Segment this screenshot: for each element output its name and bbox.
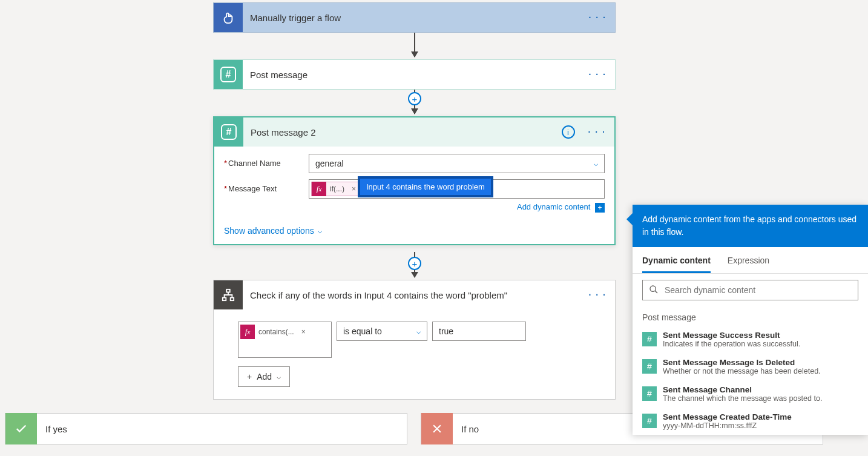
condition-operator-select[interactable]: is equal to ⌵ xyxy=(337,322,427,341)
slack-icon: # xyxy=(642,332,657,346)
slack-icon: # xyxy=(214,117,243,147)
dynamic-item-title: Sent Message Channel xyxy=(663,385,822,394)
dynamic-item-title: Sent Message Message Is Deleted xyxy=(663,358,821,367)
check-icon xyxy=(5,413,37,444)
dynamic-item-title: Sent Message Created Date-Time xyxy=(663,412,792,421)
dynamic-content-item[interactable]: #Sent Message Message Is DeletedWhether … xyxy=(633,353,868,380)
svg-point-3 xyxy=(650,286,656,291)
svg-rect-2 xyxy=(231,298,234,301)
condition-icon xyxy=(214,280,243,309)
dynamic-item-desc: The channel which the message was posted… xyxy=(663,394,822,403)
fx-icon: fx xyxy=(240,325,255,339)
dynamic-item-desc: yyyy-MM-ddTHH:mm:ss.fffZ xyxy=(663,421,792,430)
trigger-menu[interactable]: · · · xyxy=(580,13,615,22)
dynamic-content-panel: Add dynamic content from the apps and co… xyxy=(633,205,868,435)
channel-label: *Channel Name xyxy=(224,154,309,168)
post-message-2-menu[interactable]: · · · xyxy=(580,127,614,137)
info-icon[interactable]: i xyxy=(562,125,575,139)
add-condition-button[interactable]: + Add ⌵ xyxy=(238,366,290,387)
add-step-button[interactable]: + xyxy=(408,92,421,105)
search-icon xyxy=(649,285,659,296)
if-no-label: If no xyxy=(453,424,479,434)
expression-token[interactable]: fx if(...) × xyxy=(311,182,360,196)
plus-icon[interactable]: + xyxy=(595,203,605,213)
trigger-step[interactable]: Manually trigger a flow · · · xyxy=(213,2,616,33)
svg-rect-1 xyxy=(223,298,226,301)
expression-tooltip: Input 4 contains the word problem xyxy=(358,176,493,197)
show-advanced-options[interactable]: Show advanced options ⌵ xyxy=(224,226,322,236)
remove-token-icon[interactable]: × xyxy=(298,328,309,336)
if-yes-branch[interactable]: If yes xyxy=(5,413,407,444)
plus-icon: + xyxy=(247,372,252,382)
slack-icon: # xyxy=(642,359,657,374)
post-message-2-step: # Post message 2 i · · · *Channel Name g… xyxy=(213,116,616,245)
slack-icon: # xyxy=(214,60,243,89)
channel-select[interactable]: general ⌵ xyxy=(309,154,605,173)
dynamic-content-item[interactable]: #Sent Message Created Date-Timeyyyy-MM-d… xyxy=(633,408,868,435)
search-field[interactable] xyxy=(665,285,852,295)
message-label: *Message Text xyxy=(224,179,309,193)
dynamic-group-title: Post message xyxy=(633,306,868,326)
dynamic-item-desc: Whether or not the message has been dele… xyxy=(663,367,821,375)
tab-dynamic-content[interactable]: Dynamic content xyxy=(642,256,711,273)
post-message-menu[interactable]: · · · xyxy=(580,70,615,79)
condition-left-operand[interactable]: fx contains(... × xyxy=(238,322,332,358)
chevron-down-icon: ⌵ xyxy=(318,226,322,235)
svg-rect-0 xyxy=(226,289,230,292)
post-message-title: Post message xyxy=(243,70,580,80)
channel-value: general xyxy=(315,159,344,168)
trigger-title: Manually trigger a flow xyxy=(243,13,580,23)
dynamic-search-input[interactable] xyxy=(642,280,858,300)
condition-step: Check if any of the words in Input 4 con… xyxy=(213,280,616,400)
chevron-down-icon: ⌵ xyxy=(594,159,598,168)
chevron-down-icon: ⌵ xyxy=(416,327,421,335)
if-yes-label: If yes xyxy=(37,424,67,434)
post-message-step[interactable]: # Post message · · · xyxy=(213,59,616,90)
connector-arrow xyxy=(414,33,415,57)
dynamic-panel-header: Add dynamic content from the apps and co… xyxy=(633,205,868,247)
slack-icon: # xyxy=(642,414,657,428)
dynamic-content-item[interactable]: #Sent Message ChannelThe channel which t… xyxy=(633,380,868,408)
dynamic-content-item[interactable]: #Sent Message Success ResultIndicates if… xyxy=(633,326,868,353)
dynamic-item-title: Sent Message Success Result xyxy=(663,331,800,340)
slack-icon: # xyxy=(642,386,657,401)
post-message-2-title: Post message 2 xyxy=(243,127,562,137)
chevron-down-icon: ⌵ xyxy=(277,372,281,381)
message-text-input[interactable]: fx if(...) × Input 4 contains the word p… xyxy=(309,179,605,199)
add-dynamic-content-link[interactable]: Add dynamic content xyxy=(517,202,590,211)
expression-token[interactable]: fx contains(... × xyxy=(240,325,309,339)
condition-value-input[interactable]: true xyxy=(432,322,526,341)
condition-menu[interactable]: · · · xyxy=(580,290,615,300)
fx-icon: fx xyxy=(312,182,326,196)
dynamic-item-desc: Indicates if the operation was successfu… xyxy=(663,340,800,348)
manual-trigger-icon xyxy=(214,3,243,32)
tab-expression[interactable]: Expression xyxy=(728,256,769,273)
close-icon xyxy=(421,413,453,444)
condition-title: Check if any of the words in Input 4 con… xyxy=(243,290,580,300)
add-step-button[interactable]: + xyxy=(408,257,421,270)
